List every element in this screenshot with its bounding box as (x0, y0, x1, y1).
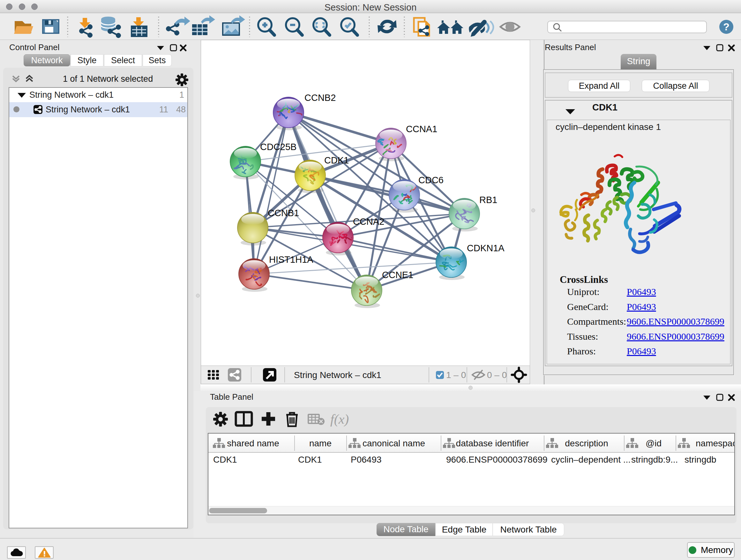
svg-text:CCNA2: CCNA2 (353, 216, 384, 227)
svg-text:shared name: shared name (227, 438, 279, 448)
svg-text:@id: @id (646, 438, 662, 448)
svg-text:String Network – cdk1: String Network – cdk1 (294, 370, 381, 380)
svg-text:canonical name: canonical name (362, 438, 425, 448)
svg-text:1 – 0: 1 – 0 (446, 370, 466, 380)
svg-text:HIST1H1A: HIST1H1A (269, 254, 313, 265)
svg-text:name: name (309, 438, 332, 448)
svg-text:database identifier: database identifier (456, 438, 529, 448)
svg-text:?: ? (723, 21, 730, 33)
svg-text:namespace: namespace (696, 438, 734, 448)
svg-text:CDC6: CDC6 (418, 175, 444, 185)
svg-text:CCNA1: CCNA1 (406, 124, 437, 134)
svg-text:CDKN1A: CDKN1A (467, 243, 504, 253)
svg-text:CCNB1: CCNB1 (268, 208, 299, 218)
svg-text:CDK1: CDK1 (324, 155, 349, 165)
svg-text:description: description (565, 438, 608, 448)
svg-text:CCNB2: CCNB2 (305, 92, 336, 103)
svg-text:0 – 0: 0 – 0 (487, 370, 507, 380)
svg-text:f(x): f(x) (330, 412, 349, 427)
svg-text:CCNE1: CCNE1 (382, 270, 413, 280)
svg-text:RB1: RB1 (479, 195, 497, 205)
svg-text:CDC25B: CDC25B (260, 142, 296, 152)
